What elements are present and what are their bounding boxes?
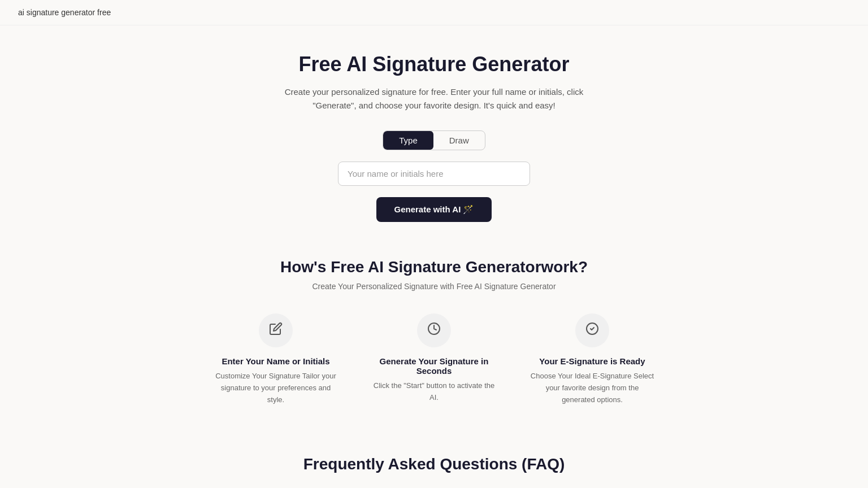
type-button[interactable]: Type	[383, 131, 433, 150]
navbar: ai signature generator free	[0, 0, 868, 25]
how-subtitle: Create Your Personalized Signature with …	[172, 282, 696, 291]
step-1-title: Enter Your Name or Initials	[214, 356, 338, 366]
hero-title: Free AI Signature Generator	[172, 53, 696, 76]
type-draw-toggle: Type Draw	[383, 130, 485, 150]
step-1-desc: Customize Your Signature Tailor your sig…	[214, 371, 338, 406]
step-2-icon-wrapper	[417, 313, 451, 347]
how-it-works-section: How's Free AI Signature Generatorwork? C…	[172, 258, 696, 428]
step-3-desc: Choose Your Ideal E-Signature Select you…	[530, 371, 654, 406]
faq-title: Frequently Asked Questions (FAQ)	[172, 455, 696, 473]
name-input-wrapper	[172, 162, 696, 186]
clock-icon	[427, 322, 441, 339]
brand-name: ai signature generator free	[18, 8, 111, 17]
how-title: How's Free AI Signature Generatorwork?	[172, 258, 696, 276]
main-content: Free AI Signature Generator Create your …	[163, 25, 705, 488]
step-3: Your E-Signature is Ready Choose Your Id…	[530, 313, 654, 406]
pencil-icon	[269, 322, 283, 339]
checkmark-icon	[585, 322, 599, 339]
step-2-desc: Click the "Start" button to activate the…	[372, 380, 496, 404]
generate-button[interactable]: Generate with AI 🪄	[376, 197, 492, 222]
steps-grid: Enter Your Name or Initials Customize Yo…	[172, 313, 696, 406]
name-input[interactable]	[338, 162, 530, 186]
generate-button-label: Generate with AI 🪄	[394, 204, 474, 215]
draw-button[interactable]: Draw	[433, 131, 485, 150]
hero-section: Free AI Signature Generator Create your …	[172, 53, 696, 222]
step-3-icon-wrapper	[575, 313, 609, 347]
step-3-title: Your E-Signature is Ready	[530, 356, 654, 366]
step-2: Generate Your Signature in Seconds Click…	[372, 313, 496, 406]
step-1: Enter Your Name or Initials Customize Yo…	[214, 313, 338, 406]
hero-subtitle: Create your personalized signature for f…	[264, 85, 604, 112]
faq-section: Frequently Asked Questions (FAQ) Can I F…	[172, 455, 696, 488]
step-2-title: Generate Your Signature in Seconds	[372, 356, 496, 376]
step-1-icon-wrapper	[259, 313, 293, 347]
